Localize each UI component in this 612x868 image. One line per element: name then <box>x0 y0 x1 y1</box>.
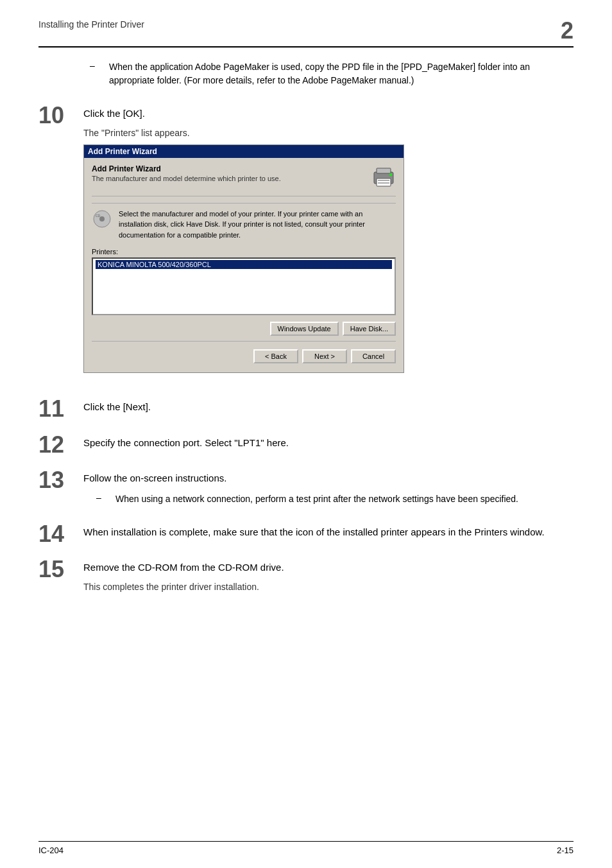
dialog-subtitle-desc: The manufacturer and model determine whi… <box>92 175 396 182</box>
have-disk-button[interactable]: Have Disk... <box>343 322 396 336</box>
dialog-buttons-row2: < Back Next > Cancel <box>92 347 396 366</box>
step-number-13: 13 <box>38 467 83 493</box>
step-11-main: Click the [Next]. <box>83 400 574 415</box>
step-12-main: Specify the connection port. Select "LPT… <box>83 436 574 451</box>
windows-update-button[interactable]: Windows Update <box>270 322 339 336</box>
step-14-content: When installation is complete, make sure… <box>83 521 574 546</box>
bullet-intro-section: – When the application Adobe PageMaker i… <box>90 60 574 87</box>
svg-rect-3 <box>378 180 389 181</box>
step-10-sub: The "Printers" list appears. <box>83 128 574 138</box>
step-10-main: Click the [OK]. <box>83 107 574 121</box>
step-13-bullet-dash: – <box>96 492 108 506</box>
printers-listbox[interactable]: KONICA MINOLTA 500/420/360PCL <box>92 257 396 315</box>
printers-label: Printers: <box>92 248 396 256</box>
dialog-icon-text: Select the manufacturer and model of you… <box>119 209 396 241</box>
footer-right: 2-15 <box>557 846 574 855</box>
step-number-14: 14 <box>38 521 83 547</box>
svg-point-5 <box>389 173 392 176</box>
step-15-content: Remove the CD-ROM from the CD-ROM drive.… <box>83 557 574 598</box>
dialog-icon-row: CD Select the manufacturer and model of … <box>92 203 396 241</box>
dialog-header-area: Add Printer Wizard The manufacturer and … <box>92 164 396 196</box>
step-15-main: Remove the CD-ROM from the CD-ROM drive. <box>83 560 574 575</box>
selected-printer-item[interactable]: KONICA MINOLTA 500/420/360PCL <box>96 260 392 269</box>
step-13-bullet-text: When using a network connection, perform… <box>115 492 518 506</box>
step-14-main: When installation is complete, make sure… <box>83 525 574 540</box>
printer-icon <box>371 164 396 191</box>
step-15: 15 Remove the CD-ROM from the CD-ROM dri… <box>38 557 574 598</box>
step-12-content: Specify the connection port. Select "LPT… <box>83 432 574 457</box>
step-13-main: Follow the on-screen instructions. <box>83 471 574 486</box>
step-10-content: Click the [OK]. The "Printers" list appe… <box>83 103 574 386</box>
page-header: Installing the Printer Driver 2 <box>38 19 574 48</box>
step-13: 13 Follow the on-screen instructions. – … <box>38 467 574 511</box>
step-12: 12 Specify the connection port. Select "… <box>38 432 574 458</box>
step-11: 11 Click the [Next]. <box>38 396 574 422</box>
page-footer: IC-204 2-15 <box>38 841 574 855</box>
cancel-button[interactable]: Cancel <box>351 349 396 363</box>
step-10: 10 Click the [OK]. The "Printers" list a… <box>38 103 574 386</box>
add-printer-wizard-dialog: Add Printer Wizard Add Printer Wizard Th… <box>83 144 404 374</box>
step-number-12: 12 <box>38 432 83 458</box>
header-title: Installing the Printer Driver <box>38 19 144 30</box>
install-icon: CD <box>92 209 112 231</box>
bullet-dash: – <box>90 60 101 87</box>
step-13-content: Follow the on-screen instructions. – Whe… <box>83 467 574 511</box>
step-number-11: 11 <box>38 396 83 422</box>
next-button[interactable]: Next > <box>302 349 347 363</box>
bullet-intro-text: When the application Adobe PageMaker is … <box>109 60 574 87</box>
back-button[interactable]: < Back <box>253 349 298 363</box>
bullet-item: – When the application Adobe PageMaker i… <box>90 60 574 87</box>
footer-left: IC-204 <box>38 846 64 855</box>
step-14: 14 When installation is complete, make s… <box>38 521 574 547</box>
svg-rect-4 <box>378 182 389 184</box>
step-15-sub: This completes the printer driver instal… <box>83 582 574 592</box>
step-13-bullet: – When using a network connection, perfo… <box>96 492 574 506</box>
step-number-10: 10 <box>38 103 83 128</box>
dialog-buttons-row1: Windows Update Have Disk... <box>92 322 396 342</box>
dialog-subtitle: Add Printer Wizard <box>92 164 396 173</box>
page: Installing the Printer Driver 2 – When t… <box>0 0 612 868</box>
svg-rect-1 <box>377 168 391 173</box>
step-11-content: Click the [Next]. <box>83 396 574 421</box>
dialog-titlebar: Add Printer Wizard <box>84 145 404 158</box>
step-13-bullet-item: – When using a network connection, perfo… <box>96 492 574 506</box>
svg-text:CD: CD <box>96 214 101 218</box>
step-number-15: 15 <box>38 557 83 582</box>
dialog-body: Add Printer Wizard The manufacturer and … <box>84 158 404 373</box>
header-chapter: 2 <box>561 19 574 42</box>
